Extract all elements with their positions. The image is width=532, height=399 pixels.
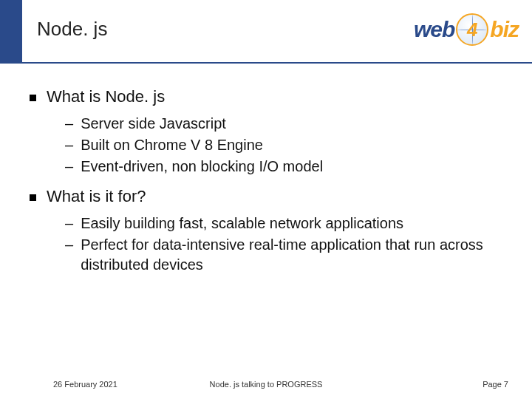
sub-list: – Easily building fast, scalable network… [30,214,502,275]
section-heading: What is Node. js [30,87,502,106]
logo-number: 4 [456,13,488,46]
list-item-text: Built on Chrome V 8 Engine [81,135,263,155]
section-block: What is Node. js – Server side Javascrip… [30,87,502,177]
dash-bullet-icon: – [65,235,73,275]
square-bullet-icon [30,194,36,201]
section-block: What is it for? – Easily building fast, … [30,187,502,275]
list-item: – Perfect for data-intensive real-time a… [65,235,502,275]
slide-footer: 26 February 2021 Node. js talking to PRO… [0,380,532,389]
dash-bullet-icon: – [65,114,73,134]
square-bullet-icon [30,95,36,101]
footer-date: 26 February 2021 [53,380,117,389]
list-item-text: Server side Javascript [81,114,226,134]
slide-title: Node. js [37,18,107,41]
logo-text-web: web [414,17,454,42]
dash-bullet-icon: – [65,157,73,177]
section-heading-text: What is it for? [47,187,146,206]
list-item: – Server side Javascript [65,114,502,134]
logo-text-biz: biz [490,17,519,42]
logo: web 4 biz [414,13,519,46]
list-item-text: Perfect for data-intensive real-time app… [81,235,494,275]
sub-list: – Server side Javascript – Built on Chro… [30,114,502,177]
section-heading: What is it for? [30,187,502,206]
slide-header: Node. js web 4 biz [0,0,532,64]
header-accent-bar [0,0,22,64]
list-item-text: Event-driven, non blocking I/O model [81,157,323,177]
list-item: – Easily building fast, scalable network… [65,214,502,233]
dash-bullet-icon: – [65,135,73,155]
list-item: – Event-driven, non blocking I/O model [65,157,502,177]
dash-bullet-icon: – [65,214,73,233]
list-item-text: Easily building fast, scalable network a… [81,214,403,233]
logo-globe-icon: 4 [456,13,488,46]
slide-content: What is Node. js – Server side Javascrip… [0,64,532,275]
section-heading-text: What is Node. js [47,87,165,106]
list-item: – Built on Chrome V 8 Engine [65,135,502,155]
footer-subtitle: Node. js talking to PROGRESS [210,380,323,389]
footer-page-number: Page 7 [482,380,508,389]
